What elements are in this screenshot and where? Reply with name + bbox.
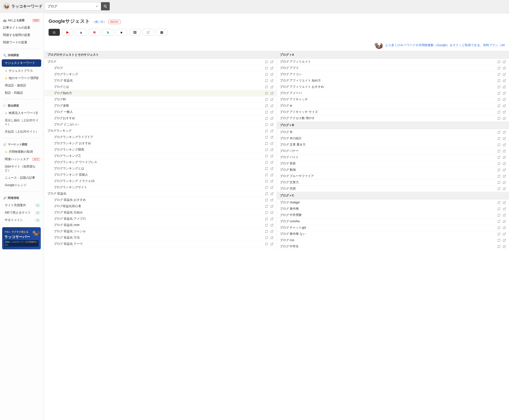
source-tab-google[interactable]: G: [49, 29, 60, 36]
sidebar-item[interactable]: サジェストキーワード: [2, 59, 41, 67]
keyword-row[interactable]: ブログ村: [44, 96, 277, 103]
external-link-icon[interactable]: [270, 180, 274, 183]
external-link-icon[interactable]: [503, 168, 506, 172]
external-link-icon[interactable]: [270, 67, 274, 70]
keyword-row[interactable]: ブログ 収益化 仕組み: [44, 210, 277, 216]
keyword-row[interactable]: ブログ 本: [277, 129, 509, 135]
external-link-icon[interactable]: [270, 224, 274, 227]
external-link-icon[interactable]: [270, 85, 274, 89]
external-link-icon[interactable]: [270, 117, 274, 120]
keyword-row[interactable]: ブログおすすめ: [44, 115, 277, 121]
external-link-icon[interactable]: [503, 143, 506, 146]
external-link-icon[interactable]: [270, 161, 274, 164]
retweet-icon[interactable]: [497, 104, 501, 107]
retweet-icon[interactable]: [265, 242, 268, 246]
retweet-icon[interactable]: [497, 98, 501, 101]
retweet-icon[interactable]: [265, 236, 268, 239]
retweet-icon[interactable]: [265, 205, 268, 208]
external-link-icon[interactable]: [503, 117, 506, 120]
external-link-icon[interactable]: [503, 85, 506, 89]
keyword-row[interactable]: ブログ 中学受験: [277, 212, 509, 218]
sidebar-item[interactable]: 関連ハッシュタグNEW: [0, 156, 43, 163]
retweet-icon[interactable]: [265, 73, 268, 76]
keyword-row[interactable]: ブログ css: [277, 237, 509, 243]
retweet-icon[interactable]: [265, 123, 268, 126]
external-link-icon[interactable]: [270, 154, 274, 158]
keyword-row[interactable]: ブログ chatgpt: [277, 200, 509, 206]
sidebar-item[interactable]: サイト売買案件10: [0, 202, 43, 209]
retweet-icon[interactable]: [265, 192, 268, 195]
retweet-icon[interactable]: [265, 117, 268, 120]
keyword-row[interactable]: ブログランキング ドラクエ10: [44, 178, 277, 184]
retweet-icon[interactable]: [497, 150, 501, 153]
sidebar-item[interactable]: 5秒で買えるサイト10: [0, 209, 43, 216]
keyword-row[interactable]: ブログ 美容: [277, 160, 509, 167]
retweet-icon[interactable]: [497, 111, 501, 114]
external-link-icon[interactable]: [270, 167, 274, 170]
external-link-icon[interactable]: [503, 181, 506, 184]
retweet-icon[interactable]: [265, 154, 268, 158]
retweet-icon[interactable]: [497, 117, 501, 120]
retweet-icon[interactable]: [497, 214, 501, 217]
retweet-icon[interactable]: [265, 60, 268, 63]
keyword-row[interactable]: ブログランキング乙: [44, 153, 277, 159]
external-link-icon[interactable]: [270, 173, 274, 177]
sidebar-item[interactable]: ★月間検索数の取得: [0, 148, 43, 156]
sidebar-item[interactable]: Googleトレンド: [0, 181, 43, 189]
retweet-icon[interactable]: [265, 98, 268, 101]
external-link-icon[interactable]: [270, 135, 274, 139]
retweet-icon[interactable]: [497, 175, 501, 178]
keyword-row[interactable]: ブログ 文章 書き方: [277, 142, 509, 148]
retweet-icon[interactable]: [497, 85, 501, 89]
upsell-banner[interactable]: 🦦 より多くのキーワードや月間検索数（Google）をサクッと取得できる。有料プ…: [44, 40, 509, 51]
external-link-icon[interactable]: [270, 205, 274, 208]
retweet-icon[interactable]: [265, 111, 268, 114]
logo[interactable]: 🦦 ラッコキーワード: [3, 3, 42, 10]
retweet-icon[interactable]: [265, 211, 268, 214]
retweet-icon[interactable]: [265, 230, 268, 233]
keyword-row[interactable]: ブログ ブルーサファイア: [277, 173, 509, 179]
sidebar-item[interactable]: Q&Aサイト（知恵袋など）: [0, 163, 43, 174]
retweet-icon[interactable]: [497, 162, 501, 165]
keyword-row[interactable]: ブログ 文章力: [277, 179, 509, 186]
search-button[interactable]: [101, 2, 110, 10]
retweet-icon[interactable]: [265, 173, 268, 177]
retweet-icon[interactable]: [265, 135, 268, 139]
external-link-icon[interactable]: [503, 67, 506, 70]
keyword-row[interactable]: ブログ 収益化: [44, 78, 277, 84]
keyword-row[interactable]: ブログ アフィリエイト 始め方: [277, 78, 509, 84]
external-link-icon[interactable]: [270, 186, 274, 189]
retweet-icon[interactable]: [497, 131, 501, 134]
keyword-row[interactable]: ブログ アイコン: [277, 71, 509, 78]
retweet-icon[interactable]: [265, 104, 268, 107]
retweet-icon[interactable]: [497, 181, 501, 184]
sidebar-item[interactable]: 見出し抽出（上位20サイト）: [0, 117, 43, 128]
sidebar-item[interactable]: ニュース・話題の記事: [0, 174, 43, 181]
external-link-icon[interactable]: [503, 187, 506, 190]
keyword-row[interactable]: ブログランキング おすすめ: [44, 140, 277, 147]
sidebar-item[interactable]: ★検索流入キーワードβ: [0, 109, 43, 117]
source-tab-shopping[interactable]: 🛒: [143, 29, 154, 36]
keyword-row[interactable]: ブログ アクセス数 増やす: [277, 115, 509, 121]
source-tab-bing[interactable]: b: [102, 29, 114, 36]
external-link-icon[interactable]: [270, 142, 274, 145]
external-link-icon[interactable]: [503, 98, 506, 101]
keyword-row[interactable]: ブログ conoha: [277, 218, 509, 225]
retweet-icon[interactable]: [265, 85, 268, 89]
keyword-row[interactable]: ブログランキング: [44, 71, 277, 78]
keyword-row[interactable]: ブログ: [44, 65, 277, 71]
keyword-row[interactable]: ブログ アイキャッチ: [277, 96, 509, 103]
retweet-icon[interactable]: [265, 217, 268, 220]
retweet-icon[interactable]: [497, 207, 501, 210]
external-link-icon[interactable]: [503, 60, 506, 63]
external-link-icon[interactable]: [503, 150, 506, 153]
sidebar-item[interactable]: ★サジェストプラス: [0, 67, 43, 75]
external-link-icon[interactable]: [270, 79, 274, 82]
keyword-row[interactable]: ブログ チャットgpt: [277, 225, 509, 231]
external-link-icon[interactable]: [503, 162, 506, 165]
external-link-icon[interactable]: [270, 211, 274, 214]
external-link-icon[interactable]: [503, 156, 506, 159]
retweet-icon[interactable]: [265, 67, 268, 70]
external-link-icon[interactable]: [270, 129, 274, 133]
external-link-icon[interactable]: [503, 131, 506, 134]
